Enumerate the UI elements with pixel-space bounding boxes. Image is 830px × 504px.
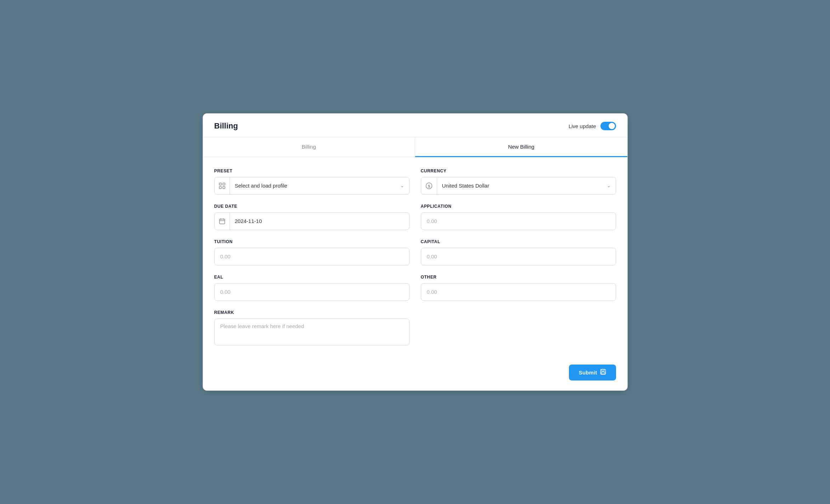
chevron-down-icon: ⌄	[395, 183, 409, 188]
other-input[interactable]	[421, 283, 616, 301]
chevron-down-icon: ⌄	[602, 183, 616, 188]
tuition-group: TUITION	[214, 239, 410, 265]
currency-value: United States Dollar	[437, 183, 602, 189]
tuition-input[interactable]	[214, 248, 410, 265]
remark-spacer	[421, 310, 616, 345]
due-date-value: 2024-11-10	[230, 218, 409, 224]
eal-input[interactable]	[214, 283, 410, 301]
svg-rect-9	[601, 372, 605, 374]
eal-label: EAL	[214, 275, 410, 280]
tuition-label: TUITION	[214, 239, 410, 244]
capital-input[interactable]	[421, 248, 616, 265]
row-duedate-application: DUE DATE 2024-11-10 APPLICATION	[214, 204, 616, 230]
other-group: OTHER	[421, 275, 616, 301]
dollar-icon: $	[421, 177, 437, 194]
page-title: Billing	[214, 121, 238, 131]
due-date-label: DUE DATE	[214, 204, 410, 209]
calendar-icon	[215, 213, 230, 230]
svg-text:$: $	[428, 184, 430, 188]
due-date-group: DUE DATE 2024-11-10	[214, 204, 410, 230]
row-eal-other: EAL OTHER	[214, 275, 616, 301]
preset-label: PRESET	[214, 168, 410, 173]
remark-group: REMARK	[214, 310, 410, 345]
eal-group: EAL	[214, 275, 410, 301]
capital-label: CAPITAL	[421, 239, 616, 244]
svg-rect-1	[223, 183, 225, 185]
row-remark: REMARK	[214, 310, 616, 345]
tab-billing[interactable]: Billing	[203, 137, 416, 157]
svg-rect-3	[223, 187, 225, 189]
application-input[interactable]	[421, 212, 616, 230]
header-right: Live update	[569, 122, 616, 130]
tab-new-billing[interactable]: New Billing	[415, 137, 627, 157]
billing-window: Billing Live update Billing New Billing …	[203, 113, 628, 391]
application-group: APPLICATION	[421, 204, 616, 230]
capital-group: CAPITAL	[421, 239, 616, 265]
due-date-input[interactable]: 2024-11-10	[214, 212, 410, 230]
currency-group: CURRENCY $ United States Dollar ⌄	[421, 168, 616, 195]
svg-rect-2	[219, 187, 221, 189]
currency-label: CURRENCY	[421, 168, 616, 173]
row-tuition-capital: TUITION CAPITAL	[214, 239, 616, 265]
save-icon	[600, 369, 606, 376]
tabs: Billing New Billing	[203, 137, 627, 157]
preset-select[interactable]: Select and load profile ⌄	[214, 177, 410, 195]
grid-icon	[215, 177, 230, 194]
remark-wrapper	[214, 319, 410, 345]
form-body: PRESET Select and load profile ⌄	[203, 157, 627, 365]
application-label: APPLICATION	[421, 204, 616, 209]
currency-select[interactable]: $ United States Dollar ⌄	[421, 177, 616, 195]
footer: Submit	[203, 365, 627, 390]
submit-button[interactable]: Submit	[569, 365, 616, 380]
live-update-toggle[interactable]	[600, 122, 616, 130]
svg-rect-0	[219, 183, 221, 185]
remark-textarea[interactable]	[215, 319, 409, 344]
svg-rect-6	[219, 219, 225, 224]
submit-label: Submit	[579, 370, 597, 376]
preset-value: Select and load profile	[230, 183, 395, 189]
header: Billing Live update	[203, 114, 627, 137]
other-label: OTHER	[421, 275, 616, 280]
row-preset-currency: PRESET Select and load profile ⌄	[214, 168, 616, 195]
live-update-label: Live update	[569, 123, 596, 129]
preset-group: PRESET Select and load profile ⌄	[214, 168, 410, 195]
remark-label: REMARK	[214, 310, 410, 315]
